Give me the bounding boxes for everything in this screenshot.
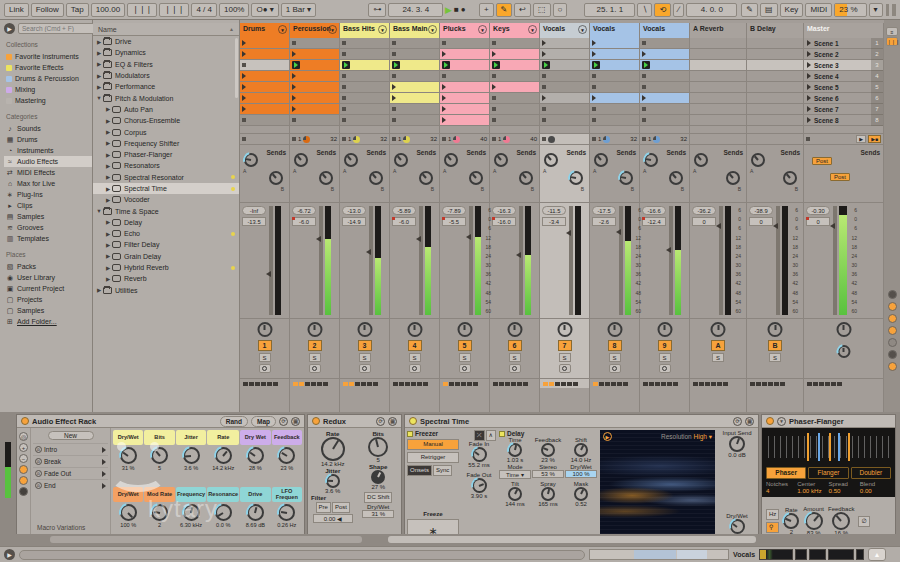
clip-slot[interactable] [590, 93, 639, 104]
clip-slot[interactable] [390, 49, 439, 60]
sidebar-item-samples[interactable]: ▢Samples [4, 305, 92, 316]
send-a-knob[interactable] [444, 153, 458, 167]
clip-stop-icon[interactable] [492, 107, 496, 111]
clip-stop-icon[interactable] [542, 118, 546, 122]
clip-launch-icon[interactable] [242, 84, 246, 90]
clip-slot[interactable] [540, 38, 589, 49]
clip-stop-icon[interactable] [592, 85, 596, 89]
clip-slot[interactable] [390, 104, 439, 115]
macro-name[interactable]: Resonance [207, 487, 239, 502]
fader-lane[interactable] [469, 206, 473, 315]
macro-knob[interactable] [120, 504, 137, 521]
clip-launch-icon[interactable] [542, 51, 546, 57]
clip-slot[interactable] [490, 49, 539, 60]
tree-item-pitch-modulation[interactable]: ▼Pitch & Modulation [93, 92, 239, 103]
macro-name[interactable]: Frequency [176, 487, 206, 502]
clip-slot[interactable] [590, 115, 639, 126]
loop-button[interactable]: ⟲ [654, 3, 671, 17]
clip-slot[interactable] [540, 93, 589, 104]
scene-launch-7[interactable]: Scene 7 [804, 104, 871, 115]
clip-slot[interactable] [747, 49, 803, 60]
clip-slot[interactable] [690, 60, 746, 71]
clip-stop-icon[interactable] [392, 41, 396, 45]
tree-item-chorus-ensemble[interactable]: ▶Chorus-Ensemble [93, 115, 239, 126]
shift-knob[interactable] [574, 443, 588, 457]
tree-item-spectral-resonator[interactable]: ▶Spectral Resonator [93, 172, 239, 183]
expand-arrow-icon[interactable]: ▶ [104, 163, 112, 169]
sidebar-item-collection[interactable]: Drums & Percussion [4, 73, 92, 84]
quantize-menu[interactable]: 100% [219, 3, 249, 17]
re-enable-automation-button[interactable]: ↩ [514, 3, 531, 17]
meter-peak-value[interactable]: -17.5 [592, 206, 616, 215]
playing-clip-icon[interactable] [542, 61, 550, 69]
clip-slot[interactable] [340, 104, 389, 115]
clip-slot[interactable] [240, 93, 289, 104]
fade-out-knob[interactable] [472, 478, 487, 493]
variation-row-break[interactable]: ⊙Break [33, 455, 108, 467]
redux-rate-knob[interactable] [321, 437, 345, 461]
send-b-knob[interactable] [619, 171, 633, 185]
expand-arrow-icon[interactable]: ▶ [95, 73, 103, 79]
sidebar-item-collection[interactable]: Mixing [4, 84, 92, 95]
stop-button[interactable]: ■ [454, 5, 459, 14]
crossfade-ramp-button[interactable]: ∧ [486, 430, 496, 441]
clip-slot[interactable] [340, 38, 389, 49]
clip-slot[interactable] [640, 60, 689, 71]
arm-button[interactable] [509, 364, 521, 373]
redux-filter-pre-button[interactable]: Pre [316, 502, 331, 513]
device-scrollbar-left[interactable] [50, 536, 362, 543]
clip-stop-icon[interactable] [342, 107, 346, 111]
clip-stop-icon[interactable] [242, 63, 246, 67]
input-send-knob[interactable] [729, 436, 745, 452]
clip-stop-icon[interactable] [492, 96, 496, 100]
clip-slot[interactable] [590, 104, 639, 115]
macro-knob[interactable] [247, 504, 264, 521]
track-header[interactable]: Bass Hits▾ [340, 23, 389, 38]
phaser-invert-button[interactable]: ∅ [858, 516, 869, 527]
macro-knob[interactable] [215, 504, 232, 521]
punch-out-button[interactable]: ∕ [673, 3, 684, 17]
scene-launch-4[interactable]: Scene 4 [804, 71, 871, 82]
clip-slot[interactable] [390, 71, 439, 82]
track-activator[interactable]: 4 [408, 340, 422, 351]
clip-slot[interactable] [240, 60, 289, 71]
meter-peak-value[interactable]: -6.72 [292, 206, 316, 215]
expand-arrow-icon[interactable]: ▶ [104, 231, 112, 237]
fader-handle[interactable] [266, 271, 271, 277]
redux-title[interactable]: Redux [323, 417, 346, 426]
mixer-toggle-2[interactable] [888, 314, 897, 323]
expand-arrow-icon[interactable]: ▶ [95, 50, 103, 56]
macro-name[interactable]: Dry/Wet [113, 487, 143, 502]
mixer-toggle-3[interactable] [888, 326, 897, 335]
redux-filter-freq-field[interactable]: 0.00 ◀ [313, 514, 353, 523]
pan-knob[interactable] [768, 322, 783, 337]
send-b-knob[interactable] [726, 171, 740, 185]
macro-knob[interactable] [215, 447, 232, 464]
spectral-title[interactable]: Spectral Time [420, 417, 469, 426]
sidebar-item-packs[interactable]: ▧Packs [4, 261, 92, 272]
tree-item-vocoder[interactable]: ▶Vocoder [93, 194, 239, 205]
clip-stop-icon[interactable] [642, 74, 646, 78]
record-button[interactable]: ● [461, 5, 466, 14]
sidebar-item-collection[interactable]: Mastering [4, 95, 92, 106]
macro-knob[interactable] [278, 447, 295, 464]
device-chain-thumbnails[interactable] [759, 549, 864, 560]
fader-handle[interactable] [616, 229, 621, 235]
phaser-amount-knob[interactable] [805, 512, 823, 530]
fade-in-knob[interactable] [472, 447, 487, 462]
fader-value[interactable]: 0 [692, 217, 716, 226]
clip-stop-icon[interactable] [342, 118, 346, 122]
back-to-arrangement-button[interactable]: ▶ [856, 135, 866, 143]
clip-stop-icon[interactable] [292, 118, 296, 122]
cue-volume-knob[interactable] [837, 345, 850, 358]
clip-launch-icon[interactable] [242, 51, 246, 57]
clip-slot[interactable] [490, 93, 539, 104]
clip-slot[interactable] [490, 104, 539, 115]
clip-slot[interactable] [240, 49, 289, 60]
tree-item-drive[interactable]: ▶Drive [93, 36, 239, 47]
fader-value[interactable]: -5.5 [442, 217, 466, 226]
variation-row-end[interactable]: ⊙End [33, 479, 108, 491]
tree-item-dynamics[interactable]: ▶Dynamics [93, 47, 239, 58]
spray-knob[interactable] [541, 487, 555, 501]
macro-name[interactable]: LFO Frequen [272, 487, 302, 502]
